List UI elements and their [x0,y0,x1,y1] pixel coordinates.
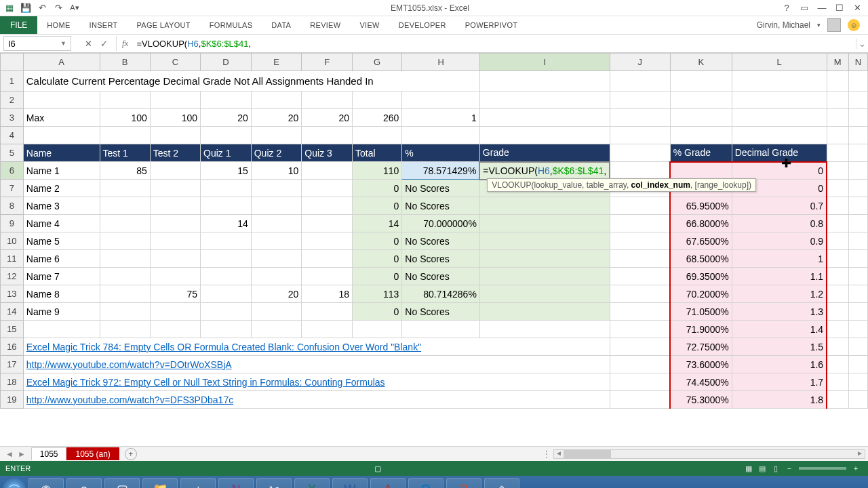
column-headers[interactable]: A B C D E F G H I J K L M N [1,54,868,71]
cell[interactable] [479,303,610,321]
cell[interactable]: 0 [352,250,401,268]
cell[interactable] [100,285,150,303]
minimize-icon[interactable]: — [816,3,827,14]
cell[interactable]: 0.7 [732,197,827,215]
cell[interactable]: 71.9000% [670,321,732,338]
touch-mode-icon[interactable]: A▾ [69,3,80,14]
cell[interactable] [479,268,610,285]
col-header[interactable]: A [23,54,100,71]
cell[interactable] [150,162,200,180]
cell[interactable]: Name 4 [23,215,100,232]
notepad-icon[interactable]: ▢ [104,478,140,488]
row-header[interactable]: 8 [1,197,24,215]
cell[interactable] [150,180,200,197]
cell[interactable] [302,92,353,109]
cell[interactable]: 78.571429% [402,162,480,180]
explorer-icon[interactable]: 📁 [142,478,178,488]
cell[interactable]: 0 [352,197,401,215]
page-layout-view-icon[interactable]: ▤ [755,464,769,473]
cell[interactable]: 69.3500% [670,268,732,285]
row-header[interactable]: 12 [1,268,24,285]
cell[interactable]: 0 [352,232,401,250]
cell[interactable] [302,268,353,285]
row-header[interactable]: 10 [1,232,24,250]
undo-icon[interactable]: ↶ [37,3,47,14]
cell[interactable]: 1.7 [732,373,827,391]
cell[interactable] [100,180,150,197]
cell[interactable] [827,127,848,144]
cell[interactable] [23,92,100,109]
cell[interactable]: 20 [302,109,353,127]
redo-icon[interactable]: ↷ [53,3,64,14]
cell[interactable]: Quiz 3 [302,144,353,162]
ie-icon[interactable]: e [66,478,102,488]
cell[interactable]: 260 [352,109,401,127]
cell[interactable] [201,180,252,197]
row-header[interactable]: 9 [1,215,24,232]
cell[interactable] [352,127,401,144]
cell[interactable]: Name 5 [23,232,100,250]
page-break-view-icon[interactable]: ▯ [769,464,783,473]
cell[interactable] [732,92,827,109]
row-header[interactable]: 14 [1,303,24,321]
tab-insert[interactable]: INSERT [80,16,127,34]
onenote-icon[interactable]: N [218,478,254,488]
cell[interactable]: Name [23,144,100,162]
cell[interactable]: 85 [100,162,150,180]
cell[interactable] [201,250,252,268]
name-box[interactable]: I6 ▼ [3,36,71,51]
cell[interactable] [251,215,302,232]
cell[interactable]: Decimal Grade [732,144,827,162]
cell[interactable] [201,268,252,285]
row-header[interactable]: 6 [1,162,24,180]
cell[interactable]: Grade [479,144,610,162]
row-header[interactable]: 18 [1,373,24,391]
tab-powerpivot[interactable]: POWERPIVOT [456,16,528,34]
add-sheet-button[interactable]: + [125,448,137,460]
cell[interactable]: Name 2 [23,180,100,197]
select-all-corner[interactable] [1,54,24,71]
cell[interactable] [670,162,732,180]
cell[interactable]: 75 [150,285,200,303]
cell[interactable] [100,197,150,215]
row-header[interactable]: 17 [1,356,24,373]
cell[interactable]: Name 3 [23,197,100,215]
cell[interactable] [732,127,827,144]
tab-page-layout[interactable]: PAGE LAYOUT [127,16,200,34]
file-tab[interactable]: FILE [0,16,37,34]
maximize-icon[interactable]: ☐ [834,3,845,14]
cell[interactable] [302,127,353,144]
row-header[interactable]: 1 [1,71,24,92]
cell[interactable] [100,215,150,232]
cell[interactable] [150,303,200,321]
cell[interactable] [670,92,732,109]
ribbon-options-icon[interactable]: ▭ [799,3,810,14]
itunes-icon[interactable]: ♪ [180,478,216,488]
cell[interactable]: 100 [150,109,200,127]
row-header[interactable]: 7 [1,180,24,197]
fx-icon[interactable]: fx [117,38,134,49]
cell[interactable]: % [402,144,480,162]
cell[interactable] [302,250,353,268]
cell[interactable]: 0 [352,303,401,321]
cell[interactable]: No Scores [402,268,480,285]
cell[interactable] [100,127,150,144]
help-icon[interactable]: ? [781,3,792,14]
row-header[interactable]: 16 [1,338,24,356]
cell[interactable] [150,268,200,285]
cell[interactable] [251,268,302,285]
cell[interactable]: 66.8000% [670,215,732,232]
cell[interactable] [479,92,610,109]
cell[interactable] [302,215,353,232]
cell[interactable]: Name 8 [23,285,100,303]
cell[interactable]: 0 [732,162,827,180]
feedback-icon[interactable]: ☺ [848,19,860,31]
cell[interactable] [23,127,100,144]
col-header[interactable]: N [848,54,867,71]
row-header[interactable]: 11 [1,250,24,268]
row-header[interactable]: 19 [1,391,24,409]
cell[interactable]: 100 [100,109,150,127]
row-header[interactable]: 5 [1,144,24,162]
save-icon[interactable]: 💾 [20,3,31,14]
cell[interactable] [479,285,610,303]
